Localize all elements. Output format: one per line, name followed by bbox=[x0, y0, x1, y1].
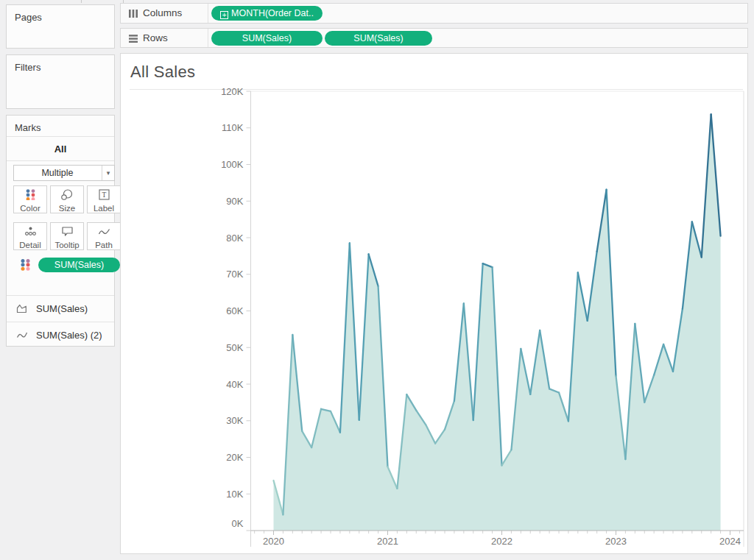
svg-text:2020: 2020 bbox=[263, 536, 284, 547]
rows-shelf[interactable]: Rows SUM(Sales) SUM(Sales) bbox=[120, 28, 748, 48]
marks-card: Marks All Multiple ▾ Color Size bbox=[6, 115, 115, 347]
svg-text:110K: 110K bbox=[222, 122, 244, 133]
svg-text:T: T bbox=[102, 191, 106, 199]
mark-card-label: SUM(Sales) bbox=[36, 303, 88, 314]
path-button[interactable]: Path bbox=[87, 222, 121, 250]
detail-button-label: Detail bbox=[14, 241, 46, 249]
size-button-label: Size bbox=[51, 204, 83, 213]
shelf-divider bbox=[208, 4, 208, 23]
worksheet-view: All Sales 0K10K20K30K40K50K60K70K80K90K1… bbox=[120, 53, 748, 554]
svg-text:80K: 80K bbox=[226, 233, 243, 244]
svg-text:2024: 2024 bbox=[719, 536, 741, 547]
path-icon bbox=[98, 226, 110, 237]
marks-card-title: Marks bbox=[7, 116, 114, 133]
svg-text:50K: 50K bbox=[226, 342, 243, 353]
svg-text:0K: 0K bbox=[232, 518, 244, 529]
svg-text:30K: 30K bbox=[226, 415, 243, 426]
size-button[interactable]: Size bbox=[50, 185, 84, 213]
tooltip-bubble-icon bbox=[61, 226, 74, 237]
pages-shelf-label: Pages bbox=[7, 5, 114, 23]
svg-text:40K: 40K bbox=[226, 379, 243, 390]
label-button-label: Label bbox=[88, 204, 120, 213]
chevron-down-icon[interactable]: ▾ bbox=[102, 166, 114, 180]
label-button[interactable]: T Label bbox=[87, 185, 121, 213]
marks-card-all-header[interactable]: All bbox=[7, 137, 114, 161]
svg-text:70K: 70K bbox=[226, 269, 243, 280]
tableau-workspace: Pages Filters Marks All Multiple ▾ Color bbox=[0, 0, 754, 560]
color-button[interactable]: Color bbox=[13, 185, 47, 213]
color-encoding-row: SUM(Sales) bbox=[13, 258, 115, 272]
svg-text:2022: 2022 bbox=[491, 536, 512, 547]
mark-card-label: SUM(Sales) (2) bbox=[36, 330, 102, 341]
columns-shelf[interactable]: Columns +MONTH(Order Dat.. bbox=[120, 3, 748, 24]
tooltip-button-label: Tooltip bbox=[51, 241, 83, 249]
tooltip-button[interactable]: Tooltip bbox=[50, 222, 84, 250]
svg-text:2023: 2023 bbox=[605, 536, 627, 547]
mark-type-value: Multiple bbox=[14, 166, 101, 180]
shelf-divider bbox=[208, 29, 208, 47]
sum-sales-pill-1[interactable]: SUM(Sales) bbox=[211, 31, 323, 46]
svg-text:2021: 2021 bbox=[377, 536, 398, 547]
detail-button[interactable]: Detail bbox=[13, 222, 47, 250]
text-label-icon: T bbox=[99, 189, 110, 200]
sum-sales-pill-2[interactable]: SUM(Sales) bbox=[325, 31, 432, 46]
svg-text:120K: 120K bbox=[221, 86, 244, 97]
line-chart-icon bbox=[16, 330, 28, 340]
area-chart-icon bbox=[16, 303, 27, 313]
color-button-label: Color bbox=[14, 204, 46, 213]
path-button-label: Path bbox=[88, 241, 120, 249]
color-dots-icon bbox=[24, 189, 37, 200]
detail-icon bbox=[24, 226, 37, 237]
columns-shelf-label: Columns bbox=[143, 7, 182, 18]
mark-card-sum-sales-2[interactable]: SUM(Sales) (2) bbox=[7, 322, 114, 347]
size-icon bbox=[60, 189, 74, 200]
sales-area-line-chart[interactable]: 0K10K20K30K40K50K60K70K80K90K100K110K120… bbox=[121, 54, 747, 553]
columns-icon bbox=[128, 9, 138, 18]
svg-text:10K: 10K bbox=[226, 489, 243, 500]
filters-shelf[interactable]: Filters bbox=[6, 54, 115, 109]
filters-shelf-label: Filters bbox=[7, 55, 114, 73]
svg-text:60K: 60K bbox=[226, 305, 243, 316]
mark-card-sum-sales[interactable]: SUM(Sales) bbox=[7, 295, 114, 321]
color-dots-icon bbox=[19, 258, 32, 271]
svg-text:90K: 90K bbox=[226, 196, 243, 207]
pages-shelf[interactable]: Pages bbox=[6, 4, 115, 49]
mark-type-dropdown[interactable]: Multiple ▾ bbox=[13, 165, 115, 181]
tab-divider-mark bbox=[81, 0, 82, 3]
svg-text:20K: 20K bbox=[226, 452, 243, 463]
month-order-date-pill[interactable]: +MONTH(Order Dat.. bbox=[211, 6, 323, 21]
rows-shelf-label: Rows bbox=[143, 32, 168, 43]
plus-box-icon[interactable]: + bbox=[220, 11, 228, 19]
svg-text:100K: 100K bbox=[221, 159, 244, 170]
rows-icon bbox=[128, 34, 138, 43]
sum-sales-color-pill[interactable]: SUM(Sales) bbox=[38, 258, 120, 272]
